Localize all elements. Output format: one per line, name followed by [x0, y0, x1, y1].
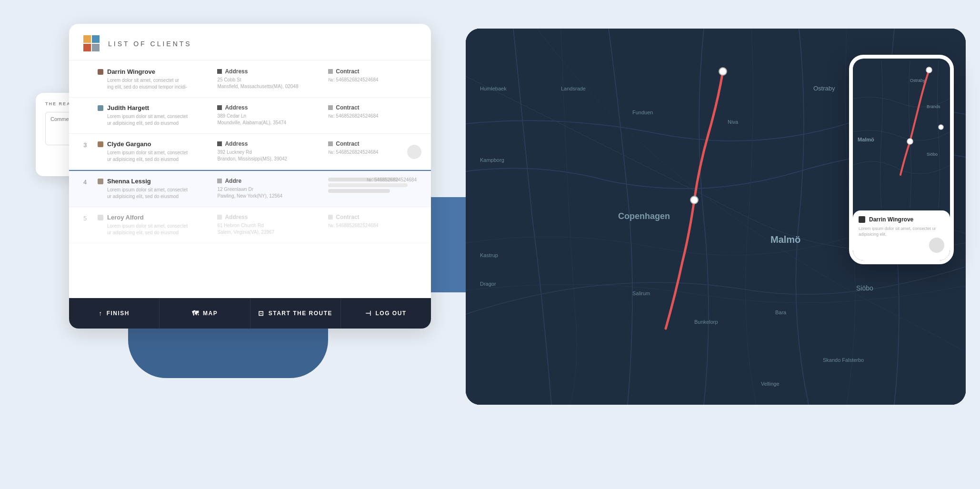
svg-point-1 [719, 68, 727, 75]
contract-label: Contract [336, 104, 359, 111]
row-number [83, 104, 98, 105]
contract-icon [328, 141, 333, 146]
start-route-button[interactable]: ⊡ START THE ROUTE [250, 298, 341, 329]
logout-button[interactable]: ⊣ LOG OUT [341, 298, 431, 329]
contract-value: №: 5468526824524684 [328, 149, 417, 156]
card-title: LIST OF CLIENTS [108, 40, 192, 48]
contract-value: №: 5468852682524684 [328, 222, 417, 229]
map-label: MAP [203, 310, 218, 317]
svg-text:Bara: Bara [775, 309, 787, 315]
svg-rect-21 [92, 35, 100, 43]
svg-point-26 [907, 139, 913, 144]
client-desc: Lorem ipsum dolor sit amet, consectetur … [98, 187, 212, 200]
client-info: Darrin Wingrove Lorem dolor sit amet, co… [98, 68, 212, 90]
svg-rect-20 [83, 35, 91, 43]
table-area: Darrin Wingrove Lorem dolor sit amet, co… [69, 60, 431, 299]
address-value: 389 Cedar LnMoundville, Alabama(AL), 354… [217, 113, 323, 126]
svg-text:Ostraby: Ostraby [910, 78, 925, 83]
contract-label: Contract [336, 68, 359, 75]
address-info: Address 392 Luckney RdBrandon, Mississip… [212, 140, 323, 162]
phone-client-name: Darrin Wingrove [869, 216, 913, 223]
table-row[interactable]: 5 Leroy Alford Lorem ipsum dolor sit ame… [69, 207, 431, 243]
svg-rect-22 [83, 44, 91, 51]
address-icon [217, 69, 222, 74]
contract-label: Contract [336, 214, 359, 220]
contract-info: Contract №: 5468526824524684 [323, 104, 417, 120]
map-button[interactable]: 🗺 MAP [160, 298, 250, 329]
phone-mockup: Malmö Brands Siöbo Ostraby Darrin Wingro… [849, 55, 954, 264]
phone-screen: Malmö Brands Siöbo Ostraby Darrin Wingro… [853, 59, 950, 260]
client-info: Judith Hargett Lorem ipsum dolor sit ame… [98, 104, 212, 127]
contract-icon [328, 69, 333, 74]
contract-info: Contract №: 5468526824524684 [323, 68, 417, 83]
map-icon: 🗺 [192, 309, 200, 317]
table-row[interactable]: Judith Hargett Lorem ipsum dolor sit ame… [69, 98, 431, 134]
client-color-dot [98, 215, 103, 220]
finish-icon: ↑ [99, 309, 103, 317]
svg-rect-23 [92, 44, 100, 51]
client-color-dot [98, 105, 103, 111]
svg-point-27 [939, 125, 943, 130]
address-label: Address [225, 214, 248, 220]
svg-text:Landsrade: Landsrade [561, 86, 586, 91]
row-number: 3 [83, 140, 98, 149]
client-info: Clyde Gargano Lorem ipsum dolor sit amet… [98, 140, 212, 163]
phone-map-svg: Malmö Brands Siöbo Ostraby [853, 59, 950, 210]
client-desc: Lorem dolor sit amet, consectet uring el… [98, 77, 212, 90]
svg-text:Siöbo: Siöbo [856, 284, 873, 292]
row-number: 4 [83, 178, 98, 186]
address-label: Addre [225, 178, 241, 184]
contract-icon [328, 105, 333, 110]
address-info: Address 389 Cedar LnMoundville, Alabama(… [212, 104, 323, 126]
address-info: Addre 12 Greenlawn DrPawling, New York(N… [212, 178, 323, 200]
table-row[interactable]: Darrin Wingrove Lorem dolor sit amet, co… [69, 60, 431, 98]
address-icon [217, 179, 222, 183]
address-icon [217, 141, 222, 146]
address-value: 392 Luckney RdBrandon, Mississippi(MS), … [217, 149, 323, 162]
table-row[interactable]: 3 Clyde Gargano Lorem ipsum dolor sit am… [69, 134, 431, 170]
svg-point-2 [690, 196, 698, 204]
contract-info: Contract №: 5468852682524684 [323, 214, 417, 229]
address-icon [217, 105, 222, 110]
client-color-dot [98, 141, 103, 147]
address-value: 61 Hebron Church RdSalem, Virginia(VA), … [217, 222, 323, 236]
finish-button[interactable]: ↑ FINISH [69, 298, 160, 329]
finish-label: FINISH [107, 310, 130, 317]
svg-text:Skando Falsterbo: Skando Falsterbo [823, 357, 864, 363]
start-route-label: START THE ROUTE [269, 310, 332, 317]
address-info: Address 25 Cobb StMansfield, Massachuset… [212, 68, 323, 90]
client-name: Clyde Gargano [107, 140, 151, 148]
svg-text:Kastrup: Kastrup [480, 252, 498, 258]
client-desc: Lorem ipsum dolor sit amet, consectetur … [98, 223, 212, 236]
client-name: Leroy Alford [107, 214, 144, 221]
svg-rect-24 [853, 60, 950, 208]
more-button[interactable] [407, 145, 421, 159]
svg-text:Malmö: Malmö [858, 137, 874, 142]
svg-text:Bunkelorp: Bunkelorp [694, 319, 718, 325]
svg-text:Vellinge: Vellinge [761, 381, 780, 387]
contract-value: №: 5468526824524684 [367, 177, 417, 183]
bottom-toolbar: ↑ FINISH 🗺 MAP ⊡ START THE ROUTE ⊣ LOG O… [69, 298, 431, 329]
address-value: 25 Cobb StMansfield, Massachusetts(MA), … [217, 77, 323, 90]
svg-text:Siöbo: Siöbo [927, 152, 938, 157]
route-icon: ⊡ [258, 309, 265, 317]
table-row-active[interactable]: 4 Shenna Lessig Lorem ipsum dolor sit am… [69, 170, 431, 207]
address-icon [217, 215, 222, 220]
client-color-dot [98, 69, 103, 75]
svg-text:Malmö: Malmö [770, 234, 800, 245]
client-name: Judith Hargett [107, 104, 149, 111]
svg-text:Dragor: Dragor [480, 281, 496, 287]
client-info: Leroy Alford Lorem ipsum dolor sit amet,… [98, 214, 212, 236]
contract-info: Contract №: 5468526824524684 [323, 140, 417, 156]
main-card: LIST OF CLIENTS Darrin Wingrove Lorem do… [69, 24, 431, 329]
client-color-dot [98, 179, 103, 184]
client-name: Darrin Wingrove [107, 68, 155, 75]
phone-action-button[interactable] [929, 238, 944, 253]
contract-value: №: 5468526824524684 [328, 113, 417, 120]
phone-client-card: Darrin Wingrove Lorem ipsum dolor sit am… [853, 210, 950, 260]
svg-text:Copenhagen: Copenhagen [618, 211, 670, 221]
contract-icon [328, 215, 333, 220]
client-desc: Lorem ipsum dolor sit amet, consectetur … [98, 150, 212, 163]
contract-value: №: 5468526824524684 [328, 77, 417, 83]
logout-label: LOG OUT [376, 310, 407, 317]
